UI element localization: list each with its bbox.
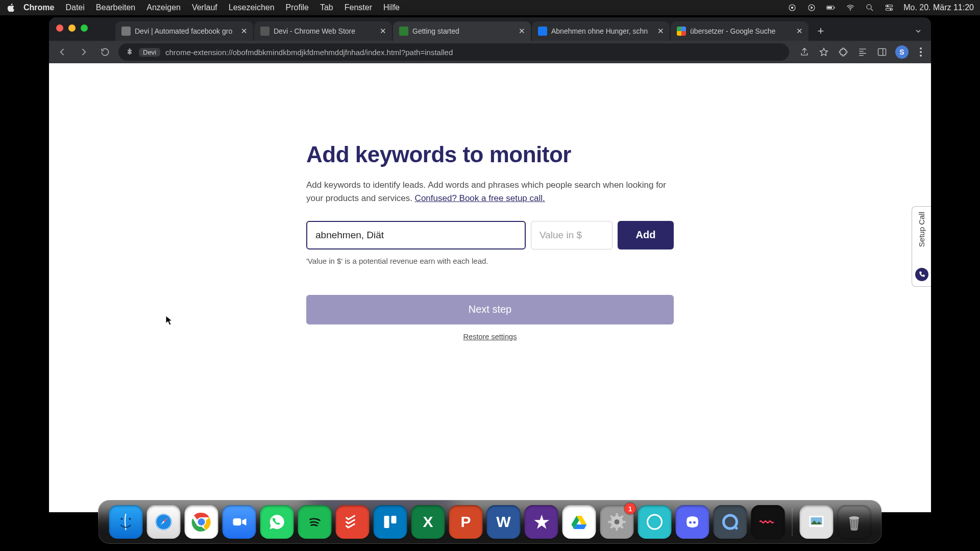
tab-close-button[interactable]: ✕	[379, 27, 387, 35]
page-subtitle: Add keywords to identify leads. Add word…	[306, 179, 674, 206]
tab-close-button[interactable]: ✕	[240, 27, 248, 35]
extension-icon	[126, 47, 134, 57]
next-step-button[interactable]: Next step	[306, 295, 674, 324]
dock-app-spotify[interactable]	[298, 505, 332, 539]
dock-app-preview[interactable]	[800, 505, 834, 539]
address-bar[interactable]: Devi chrome-extension://obofmdbkmindkbmd…	[118, 43, 789, 61]
control-center-icon[interactable]	[884, 3, 894, 13]
svg-rect-9	[886, 9, 893, 11]
menu-bar-clock[interactable]: Mo. 20. März 11:20	[903, 3, 974, 12]
menu-verlauf[interactable]: Verlauf	[192, 3, 217, 12]
tab-close-button[interactable]: ✕	[518, 27, 526, 35]
tab-devi-webstore[interactable]: Devi - Chrome Web Store ✕	[254, 21, 392, 41]
tab-title: Devi - Chrome Web Store	[274, 27, 375, 35]
dock-app-whatsapp[interactable]	[260, 505, 294, 539]
tab-title: Getting started	[412, 27, 513, 35]
menu-profile[interactable]: Profile	[286, 3, 309, 12]
setup-call-side-tab[interactable]: Setup Call	[912, 206, 931, 287]
avatar-initial: S	[899, 48, 904, 56]
playback-icon[interactable]	[806, 3, 817, 13]
svg-rect-12	[878, 48, 886, 55]
window-close-button[interactable]	[56, 24, 63, 32]
dock-app-settings[interactable]: 1	[600, 505, 634, 539]
book-setup-call-link[interactable]: Confused? Book a free setup call.	[415, 193, 545, 203]
reload-button[interactable]	[97, 44, 113, 60]
value-input[interactable]	[531, 221, 612, 249]
bookmark-star-icon[interactable]	[818, 46, 830, 58]
favicon-icon	[399, 27, 408, 36]
dock-app-teal[interactable]	[638, 505, 672, 539]
dock-app-todoist[interactable]	[336, 505, 370, 539]
menu-lesezeichen[interactable]: Lesezeichen	[229, 3, 275, 12]
window-minimize-button[interactable]	[68, 24, 76, 32]
dock-app-safari[interactable]	[147, 505, 181, 539]
search-icon[interactable]	[865, 3, 875, 13]
dock-app-word[interactable]: W	[487, 505, 521, 539]
svg-point-6	[850, 9, 851, 10]
dock-app-drive[interactable]	[562, 505, 596, 539]
tab-abnehmen[interactable]: Abnehmen ohne Hunger, schn ✕	[532, 21, 670, 41]
share-icon[interactable]	[798, 46, 811, 58]
phone-icon	[915, 268, 928, 281]
back-button[interactable]	[54, 44, 70, 60]
wifi-icon[interactable]	[845, 3, 855, 13]
dock-app-zoom[interactable]	[223, 505, 256, 539]
svg-point-1	[791, 7, 794, 9]
dock-app-voice-memos[interactable]	[751, 505, 785, 539]
dock-app-powerpoint[interactable]: P	[449, 505, 483, 539]
tab-devi-facebook[interactable]: Devi | Automated facebook gro ✕	[115, 21, 253, 41]
dock-trash[interactable]	[838, 505, 871, 539]
tab-title: Abnehmen ohne Hunger, schn	[551, 27, 652, 35]
restore-settings-link[interactable]: Restore settings	[306, 333, 674, 341]
menu-anzeigen[interactable]: Anzeigen	[146, 3, 181, 12]
svg-rect-24	[391, 516, 397, 523]
menu-hilfe[interactable]: Hilfe	[383, 3, 400, 12]
menu-app-name[interactable]: Chrome	[23, 3, 54, 12]
dock-app-imovie[interactable]: ★	[525, 505, 558, 539]
favicon-icon	[538, 27, 547, 36]
tab-getting-started[interactable]: Getting started ✕	[393, 21, 531, 41]
menu-tab[interactable]: Tab	[320, 3, 333, 12]
keywords-input[interactable]	[306, 221, 526, 249]
menu-fenster[interactable]: Fenster	[345, 3, 372, 12]
tab-uebersetzer[interactable]: übersetzer - Google Suche ✕	[671, 21, 808, 41]
tab-overflow-button[interactable]	[913, 26, 924, 37]
svg-rect-8	[886, 5, 893, 7]
reading-list-icon[interactable]	[856, 46, 869, 58]
dock-app-trello[interactable]	[374, 505, 407, 539]
add-button[interactable]: Add	[618, 221, 674, 249]
side-panel-icon[interactable]	[876, 46, 888, 58]
dock-app-finder[interactable]	[109, 505, 143, 539]
tab-close-button[interactable]: ✕	[795, 27, 803, 35]
forward-button[interactable]	[76, 44, 92, 60]
menu-datei[interactable]: Datei	[65, 3, 84, 12]
record-icon[interactable]	[787, 3, 797, 13]
svg-point-28	[689, 521, 692, 524]
tab-strip: Devi | Automated facebook gro ✕ Devi - C…	[49, 17, 931, 41]
dock-glyph: W	[496, 513, 510, 531]
battery-icon[interactable]	[826, 3, 836, 13]
dock-app-chrome[interactable]	[185, 505, 218, 539]
favicon-icon	[121, 27, 131, 36]
dock-app-discord[interactable]	[676, 505, 709, 539]
new-tab-button[interactable]: +	[814, 24, 828, 38]
profile-avatar[interactable]: S	[895, 45, 909, 59]
svg-point-10	[887, 5, 889, 7]
svg-rect-5	[835, 7, 835, 9]
chrome-window: Devi | Automated facebook gro ✕ Devi - C…	[49, 17, 931, 512]
extensions-icon[interactable]	[837, 46, 849, 58]
value-helper-text: 'Value in $' is a potential revenue earn…	[306, 257, 674, 265]
menu-bearbeiten[interactable]: Bearbeiten	[96, 3, 135, 12]
macos-dock: X P W ★ 1	[99, 500, 882, 544]
toolbar-right: S	[798, 45, 926, 59]
dock-glyph: ★	[534, 512, 549, 532]
tab-title: übersetzer - Google Suche	[690, 27, 791, 35]
svg-rect-21	[233, 518, 241, 525]
chrome-menu-button[interactable]	[916, 47, 926, 57]
dock-app-excel[interactable]: X	[411, 505, 445, 539]
dock-app-quicktime[interactable]	[714, 505, 747, 539]
window-fullscreen-button[interactable]	[81, 24, 88, 32]
apple-menu-icon[interactable]	[6, 3, 16, 13]
keyword-input-row: Add	[306, 221, 674, 249]
tab-close-button[interactable]: ✕	[656, 27, 665, 35]
